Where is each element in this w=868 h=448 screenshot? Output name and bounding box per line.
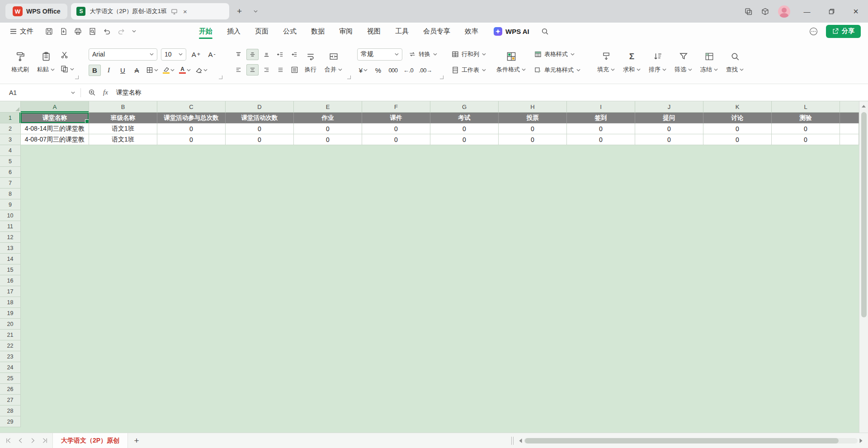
empty-cells-row-9[interactable] [21,199,868,210]
align-top-icon[interactable] [232,49,245,60]
cell-E1[interactable]: 作业 [294,113,362,123]
cell-L3[interactable]: 0 [772,134,840,145]
empty-cells-row-18[interactable] [21,297,868,308]
row-header-19[interactable]: 19 [0,308,21,319]
menu-tab-会员专享[interactable]: 会员专享 [423,23,450,40]
insert-function-icon[interactable]: fx [103,89,108,96]
empty-cells-row-19[interactable] [21,308,868,319]
sum-button[interactable]: Σ 求和 [619,50,645,75]
scroll-up-icon[interactable] [859,101,868,111]
tab-list-chevron-icon[interactable] [249,5,262,18]
apps-box-icon[interactable] [761,8,769,15]
vertical-scrollbar[interactable] [859,101,868,433]
column-header-B[interactable]: B [89,101,157,113]
cell-L1[interactable]: 测验 [772,113,840,123]
number-format-select[interactable]: 常规 [357,48,402,61]
print-icon[interactable] [74,28,82,35]
column-header-A[interactable]: A [21,101,89,113]
cell-F2[interactable]: 0 [362,123,430,134]
column-header-H[interactable]: H [499,101,567,113]
empty-cells-row-13[interactable] [21,243,868,254]
align-middle-icon[interactable] [246,49,259,60]
empty-cells-row-17[interactable] [21,286,868,297]
fill-button[interactable]: 填充 [593,50,619,75]
justify-icon[interactable] [274,64,287,75]
find-button[interactable]: 查找 [722,50,748,75]
empty-cells-row-11[interactable] [21,221,868,232]
wrap-text-button[interactable]: 换行 [301,50,321,75]
add-sheet-button[interactable]: + [131,435,142,447]
row-header-6[interactable]: 6 [0,167,21,178]
worksheet-button[interactable]: 工作表 [450,64,488,76]
empty-cells-row-8[interactable] [21,189,868,199]
save-icon[interactable] [45,28,53,35]
empty-cells-row-26[interactable] [21,384,868,395]
row-header-4[interactable]: 4 [0,145,21,156]
row-header-22[interactable]: 22 [0,340,21,351]
horizontal-scrollbar[interactable] [519,438,863,443]
row-header-18[interactable]: 18 [0,297,21,308]
row-header-26[interactable]: 26 [0,384,21,395]
empty-cells-row-23[interactable] [21,351,868,362]
redo-icon[interactable] [118,28,125,35]
column-header-C[interactable]: C [157,101,226,113]
menu-tab-工具[interactable]: 工具 [395,23,409,40]
align-right-icon[interactable] [260,64,273,75]
empty-cells-row-12[interactable] [21,232,868,243]
menu-tab-审阅[interactable]: 审阅 [339,23,353,40]
paste-button[interactable]: 粘贴 [33,50,59,75]
user-avatar[interactable] [778,5,790,18]
empty-cells-row-7[interactable] [21,178,868,189]
row-header-11[interactable]: 11 [0,221,21,232]
cell-G2[interactable]: 0 [430,123,499,134]
more-options-icon[interactable] [809,27,818,36]
cell-D1[interactable]: 课堂活动次数 [226,113,294,123]
thousands-separator-button[interactable]: 000 [387,65,399,76]
cell-B1[interactable]: 班级名称 [89,113,157,123]
cell-E2[interactable]: 0 [294,123,362,134]
share-button[interactable]: 分享 [826,25,861,38]
print-preview-icon[interactable] [89,28,96,35]
row-header-25[interactable]: 25 [0,373,21,384]
currency-format-button[interactable]: ¥ [357,65,369,76]
cell-A2[interactable]: 4-08-14周三的课堂教 [21,123,89,134]
cell-I1[interactable]: 签到 [567,113,635,123]
empty-cells-row-27[interactable] [21,395,868,406]
font-size-select[interactable]: 10 [161,48,186,61]
clipboard-group-expander[interactable] [75,75,79,79]
cell-partial-2[interactable] [840,123,859,134]
filter-button[interactable]: 筛选 [670,50,696,75]
row-header-15[interactable]: 15 [0,264,21,275]
row-header-20[interactable]: 20 [0,319,21,330]
borders-button[interactable] [145,65,160,76]
strikethrough-button[interactable]: A [131,65,143,76]
row-header-28[interactable]: 28 [0,406,21,416]
window-layout-icon[interactable] [745,8,752,15]
column-header-K[interactable]: K [703,101,772,113]
distributed-align-icon[interactable] [288,64,301,75]
empty-cells-row-20[interactable] [21,319,868,330]
pane-splitter[interactable] [511,437,514,445]
empty-cells-row-25[interactable] [21,373,868,384]
empty-cells-row-4[interactable] [21,145,868,156]
menu-tab-效率[interactable]: 效率 [465,23,478,40]
bold-button[interactable]: B [89,65,101,76]
zoom-formula-icon[interactable] [88,89,96,96]
sort-button[interactable]: 排序 [645,50,670,75]
vertical-scroll-thumb[interactable] [861,112,867,317]
format-painter-button[interactable]: 格式刷 [7,50,33,75]
menu-tab-公式[interactable]: 公式 [283,23,297,40]
row-header-5[interactable]: 5 [0,156,21,167]
wps-home-tab[interactable]: W WPS Office [5,4,67,19]
empty-cells-row-24[interactable] [21,362,868,373]
empty-cells-row-6[interactable] [21,167,868,178]
decrease-font-button[interactable]: A- [206,49,218,60]
cell-partial-3[interactable] [840,134,859,145]
row-header-12[interactable]: 12 [0,232,21,243]
clear-format-button[interactable] [194,65,209,76]
cell-partial-1[interactable] [840,113,859,123]
close-window-button[interactable]: × [848,4,863,19]
row-header-24[interactable]: 24 [0,362,21,373]
cell-F1[interactable]: 课件 [362,113,430,123]
column-header-L[interactable]: L [772,101,840,113]
